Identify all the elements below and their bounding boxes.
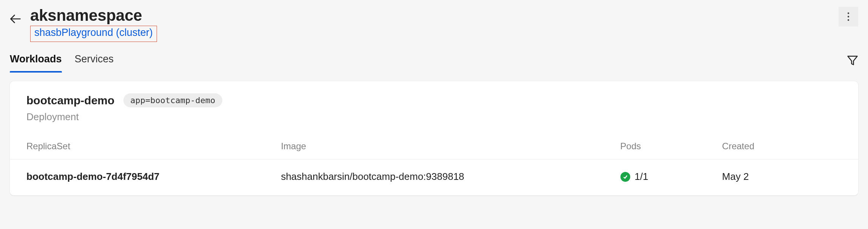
- replicaset-name[interactable]: bootcamp-demo-7d4f7954d7: [26, 171, 160, 182]
- deployment-card: bootcamp-demo app=bootcamp-demo Deployme…: [10, 81, 858, 195]
- back-button[interactable]: [10, 7, 30, 27]
- svg-point-3: [848, 19, 849, 21]
- tab-workloads[interactable]: Workloads: [10, 53, 62, 73]
- status-ok-icon: [620, 172, 630, 182]
- col-header-replicaset: ReplicaSet: [10, 128, 264, 159]
- page-title: aksnamespace: [30, 7, 157, 24]
- filter-button[interactable]: [847, 55, 858, 71]
- image-name: shashankbarsin/bootcamp-demo:9389818: [264, 159, 603, 196]
- table-row[interactable]: bootcamp-demo-7d4f7954d7 shashankbarsin/…: [10, 159, 858, 196]
- tab-services[interactable]: Services: [75, 53, 114, 73]
- svg-point-2: [848, 16, 849, 17]
- col-header-image: Image: [264, 128, 603, 159]
- resource-kind: Deployment: [26, 111, 842, 123]
- filter-icon: [847, 55, 858, 66]
- kebab-icon: [845, 12, 852, 22]
- cluster-link-highlight: shasbPlayground (cluster): [30, 26, 157, 42]
- cluster-link[interactable]: shasbPlayground (cluster): [34, 27, 153, 38]
- more-actions-button[interactable]: [839, 7, 858, 26]
- svg-marker-4: [848, 56, 857, 65]
- col-header-pods: Pods: [604, 128, 706, 159]
- created-date: May 2: [705, 159, 858, 196]
- tabs: Workloads Services: [10, 53, 114, 73]
- deployment-name[interactable]: bootcamp-demo: [26, 94, 114, 107]
- replicaset-table: ReplicaSet Image Pods Created bootcamp-d…: [10, 128, 858, 195]
- label-chip: app=bootcamp-demo: [123, 93, 222, 107]
- col-header-created: Created: [705, 128, 858, 159]
- svg-point-1: [848, 12, 849, 14]
- arrow-left-icon: [10, 13, 21, 25]
- pods-count: 1/1: [635, 171, 648, 183]
